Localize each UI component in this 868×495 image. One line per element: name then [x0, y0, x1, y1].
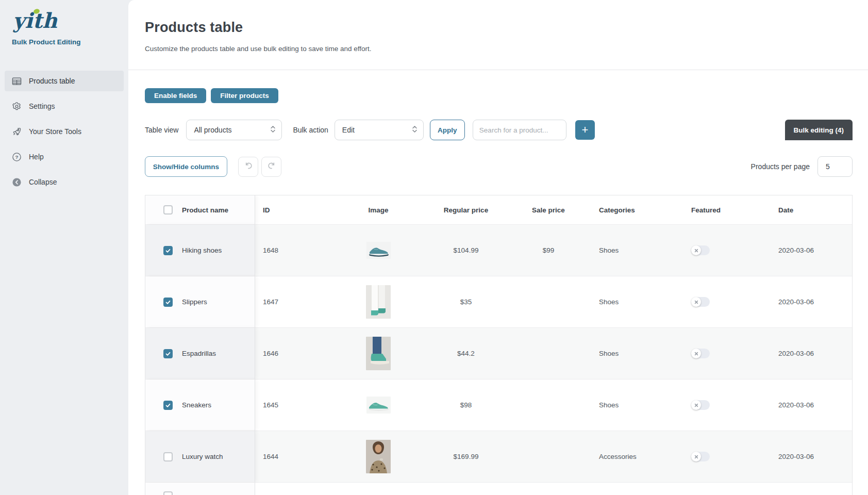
regular-price-cell[interactable]: $104.99 — [425, 225, 507, 276]
categories-cell[interactable]: Shoes — [590, 276, 682, 327]
table-view-select[interactable]: All products — [186, 120, 282, 140]
column-header-product-name[interactable]: Product name — [173, 195, 255, 224]
page-subtitle: Customize the products table and use bul… — [145, 45, 372, 53]
row-checkbox[interactable] — [163, 246, 173, 255]
column-header-id[interactable]: ID — [255, 195, 332, 224]
products-table: Product name ID Image Regular price Sale… — [145, 195, 853, 495]
add-product-button[interactable]: + — [575, 120, 595, 140]
row-checkbox[interactable] — [163, 452, 173, 461]
column-header-featured[interactable]: Featured — [682, 195, 769, 224]
sale-price-cell[interactable] — [507, 431, 590, 482]
column-header-sale-price[interactable]: Sale price — [507, 195, 590, 224]
product-id-cell: 1646 — [255, 328, 332, 379]
show-hide-columns-button[interactable]: Show/Hide columns — [145, 156, 227, 177]
product-image[interactable] — [366, 440, 391, 473]
row-checkbox[interactable] — [163, 401, 173, 410]
featured-toggle[interactable] — [691, 452, 710, 461]
sidebar-item-products-table[interactable]: Products table — [5, 71, 124, 91]
regular-price-cell[interactable]: $44.2 — [425, 328, 507, 379]
header-divider — [128, 70, 868, 70]
toggle-knob — [691, 349, 701, 358]
featured-toggle[interactable] — [691, 349, 710, 358]
column-header-image: Image — [332, 195, 425, 224]
product-id-cell: 1645 — [255, 380, 332, 431]
row-checkbox[interactable] — [163, 349, 173, 358]
product-image[interactable] — [366, 397, 391, 414]
enable-fields-button[interactable]: Enable fields — [145, 88, 206, 103]
categories-cell[interactable]: Shoes — [590, 328, 682, 379]
sticky-columns: Espadrillas — [145, 328, 255, 379]
row-checkbox[interactable] — [163, 298, 173, 307]
product-image[interactable] — [366, 242, 391, 259]
action-buttons: Enable fields Filter products — [145, 88, 278, 103]
product-id-cell: 1644 — [255, 431, 332, 482]
regular-price-cell[interactable]: $169.99 — [425, 431, 507, 482]
sidebar-item-your-store-tools[interactable]: Your Store Tools — [5, 121, 124, 142]
sticky-columns: Hiking shoes — [145, 225, 255, 276]
products-per-page-label: Products per page — [751, 162, 810, 171]
product-name-cell[interactable]: Hiking shoes — [173, 225, 255, 276]
collapse-icon — [11, 177, 22, 187]
product-image[interactable] — [366, 285, 391, 319]
categories-cell[interactable]: Shoes — [590, 380, 682, 431]
table-body: Hiking shoes 1648 $104.99 $99 Shoes 2020… — [145, 224, 852, 482]
column-header-regular-price[interactable]: Regular price — [425, 195, 507, 224]
bulk-action-select[interactable]: Edit — [335, 120, 424, 140]
sidebar-item-help[interactable]: ? Help — [5, 146, 124, 167]
toggle-knob — [691, 245, 701, 255]
product-image[interactable] — [366, 337, 391, 370]
sale-price-cell[interactable]: $99 — [507, 225, 590, 276]
product-name-cell[interactable]: Espadrillas — [173, 328, 255, 379]
gear-icon — [11, 101, 22, 111]
toggle-knob — [691, 297, 701, 307]
featured-toggle[interactable] — [691, 297, 710, 307]
product-id-cell: 1647 — [255, 276, 332, 327]
apply-button[interactable]: Apply — [430, 120, 465, 140]
sidebar-item-collapse[interactable]: Collapse — [5, 172, 124, 192]
sidebar-item-label: Help — [29, 153, 44, 161]
redo-button[interactable] — [261, 157, 281, 177]
table-row-partial — [145, 482, 852, 494]
sale-price-cell[interactable] — [507, 328, 590, 379]
redo-icon — [267, 161, 276, 172]
sticky-columns: Luxury watch — [145, 431, 255, 482]
column-header-categories[interactable]: Categories — [590, 195, 682, 224]
sidebar-item-label: Products table — [29, 77, 75, 85]
featured-toggle[interactable] — [691, 400, 710, 410]
rocket-icon — [11, 126, 22, 137]
undo-button[interactable] — [238, 157, 258, 177]
table-view-label: Table view — [145, 126, 178, 134]
product-name-cell[interactable]: Slippers — [173, 276, 255, 327]
select-all-checkbox[interactable] — [163, 205, 173, 214]
sale-price-cell[interactable] — [507, 276, 590, 327]
regular-price-cell[interactable]: $35 — [425, 276, 507, 327]
chevron-updown-icon — [270, 125, 276, 136]
featured-toggle[interactable] — [691, 245, 710, 255]
bulk-editing-button[interactable]: Bulk editing (4) — [785, 120, 853, 140]
table-view-value: All products — [194, 126, 231, 134]
sidebar-item-label: Collapse — [29, 178, 57, 186]
date-cell: 2020-03-06 — [769, 380, 852, 431]
table-row: Slippers 1647 $35 Shoes 2020-03-06 — [145, 276, 852, 327]
product-name-cell[interactable]: Sneakers — [173, 380, 255, 431]
filter-products-button[interactable]: Filter products — [211, 88, 278, 103]
sticky-columns: Sneakers — [145, 380, 255, 431]
sale-price-cell[interactable] — [507, 380, 590, 431]
sidebar-item-settings[interactable]: Settings — [5, 96, 124, 117]
bulk-action-value: Edit — [342, 126, 355, 134]
table-row: Sneakers 1645 $98 Shoes 2020-03-06 — [145, 379, 852, 431]
page-title: Products table — [145, 20, 372, 36]
regular-price-cell[interactable]: $98 — [425, 380, 507, 431]
categories-cell[interactable]: Shoes — [590, 225, 682, 276]
product-name-cell[interactable]: Luxury watch — [173, 431, 255, 482]
table-row: Luxury watch 1644 $169.99 Accessories 20… — [145, 431, 852, 482]
table-controls: Show/Hide columns Products per page — [145, 156, 853, 177]
sidebar-item-label: Your Store Tools — [29, 127, 81, 136]
date-cell: 2020-03-06 — [769, 431, 852, 482]
products-per-page-input[interactable] — [817, 156, 853, 177]
categories-cell[interactable]: Accessories — [590, 431, 682, 482]
row-checkbox[interactable] — [163, 491, 173, 495]
search-input[interactable] — [473, 120, 566, 140]
sticky-columns: Slippers — [145, 276, 255, 327]
column-header-date[interactable]: Date — [769, 195, 852, 224]
